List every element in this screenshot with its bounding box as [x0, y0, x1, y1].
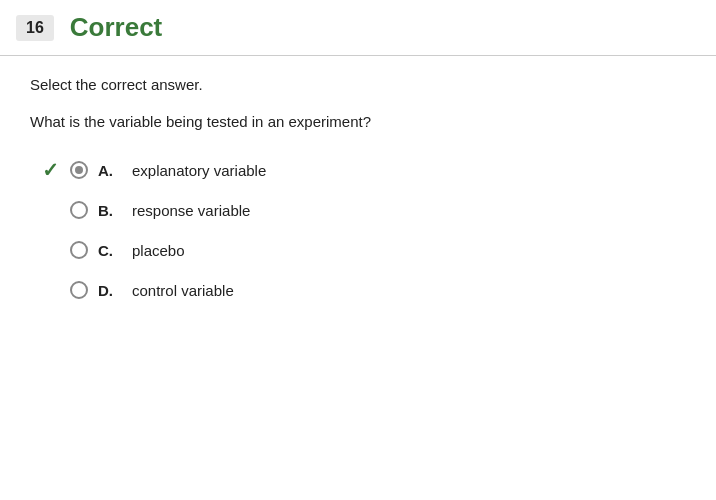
radio-b[interactable] — [70, 201, 88, 219]
status-label: Correct — [70, 12, 162, 43]
option-text-b: response variable — [132, 202, 250, 219]
option-row-a: ✓ A. explanatory variable — [40, 158, 686, 182]
question-header: 16 Correct — [0, 0, 716, 56]
options-list: ✓ A. explanatory variable ✓ B. response … — [30, 158, 686, 302]
option-row-d: ✓ D. control variable — [40, 278, 686, 302]
option-text-d: control variable — [132, 282, 234, 299]
question-text: What is the variable being tested in an … — [30, 113, 686, 130]
option-letter-d: D. — [98, 282, 122, 299]
radio-c[interactable] — [70, 241, 88, 259]
option-text-c: placebo — [132, 242, 185, 259]
option-letter-a: A. — [98, 162, 122, 179]
option-letter-b: B. — [98, 202, 122, 219]
option-text-a: explanatory variable — [132, 162, 266, 179]
question-number: 16 — [16, 15, 54, 41]
radio-d[interactable] — [70, 281, 88, 299]
option-letter-c: C. — [98, 242, 122, 259]
checkmark-a: ✓ — [40, 158, 60, 182]
option-row-b: ✓ B. response variable — [40, 198, 686, 222]
question-content: Select the correct answer. What is the v… — [0, 56, 716, 322]
instruction-text: Select the correct answer. — [30, 76, 686, 93]
option-row-c: ✓ C. placebo — [40, 238, 686, 262]
radio-a[interactable] — [70, 161, 88, 179]
